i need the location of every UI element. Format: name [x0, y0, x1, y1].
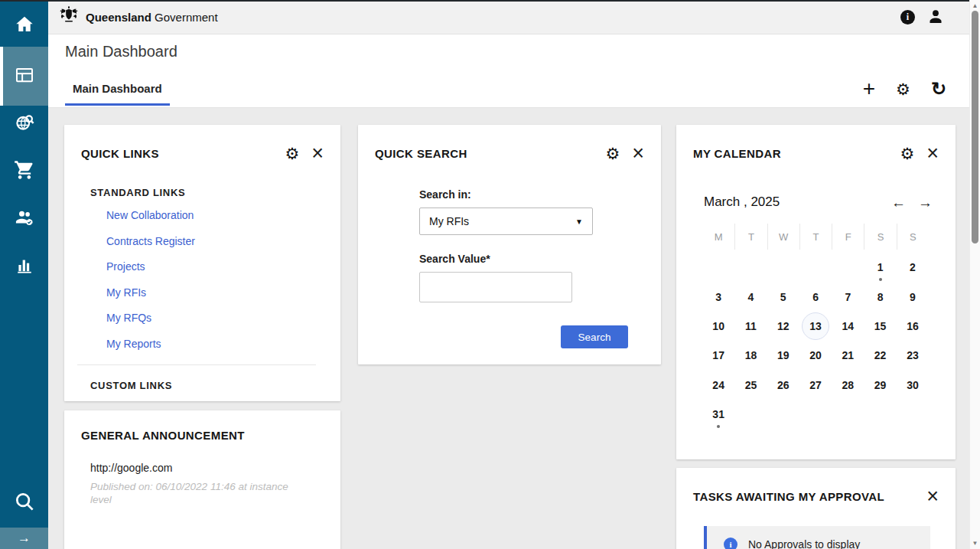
bar-chart-icon	[14, 254, 35, 279]
calendar-day[interactable]: 19	[767, 341, 799, 370]
calendar-day[interactable]: 18	[734, 341, 767, 370]
calendar-day[interactable]: 17	[702, 341, 734, 370]
calendar-day-empty	[897, 400, 929, 429]
user-profile-icon[interactable]	[926, 8, 945, 26]
calendar-day[interactable]: 22	[864, 341, 896, 370]
calendar-prev-icon[interactable]: ←	[891, 195, 906, 210]
quick-link[interactable]: Projects	[106, 260, 340, 273]
calendar-day[interactable]: 24	[702, 371, 734, 400]
card-title: QUICK SEARCH	[375, 147, 467, 160]
calendar-day[interactable]: 25	[734, 371, 767, 400]
info-icon: i	[724, 538, 737, 549]
add-widget-icon[interactable]: +	[863, 78, 875, 100]
card-title: GENERAL ANNOUNCEMENT	[81, 429, 245, 442]
expand-arrow-icon: →	[18, 531, 31, 546]
calendar-weekday: F	[832, 224, 864, 250]
calendar-day-empty	[799, 400, 832, 429]
calendar-day-number: 4	[737, 284, 763, 310]
calendar-day[interactable]: 11	[734, 312, 767, 341]
calendar-day[interactable]: 29	[864, 371, 896, 400]
calendar-day[interactable]: 20	[799, 341, 832, 370]
sidebar-item-shopping[interactable]	[0, 153, 48, 190]
calendar-day[interactable]: 5	[767, 282, 799, 311]
sidebar-item-search[interactable]	[0, 485, 48, 521]
calendar-grid: 1234567891011121314151617181920212223242…	[702, 253, 956, 429]
scroll-up-icon[interactable]: ▲	[970, 2, 980, 9]
quick-search-card: QUICK SEARCH ⚙ × Search in: My RFIs ▼ Se…	[358, 125, 661, 364]
calendar-day[interactable]: 12	[767, 312, 799, 341]
gear-icon[interactable]: ⚙	[605, 145, 620, 162]
calendar-day-number: 6	[803, 284, 829, 310]
quick-link[interactable]: My RFQs	[106, 312, 340, 324]
calendar-day[interactable]: 31	[702, 400, 734, 429]
close-icon[interactable]: ×	[632, 143, 644, 164]
info-icon[interactable]: i	[900, 10, 915, 25]
calendar-day[interactable]: 23	[897, 341, 929, 370]
sidebar-item-approvals[interactable]	[0, 201, 48, 237]
calendar-weekday: W	[767, 224, 799, 250]
calendar-day[interactable]: 15	[864, 312, 896, 341]
calendar-day-number: 12	[770, 313, 796, 339]
close-icon[interactable]: ×	[311, 143, 324, 164]
calendar-day-number: 1	[868, 254, 894, 280]
gear-icon[interactable]: ⚙	[900, 145, 914, 162]
calendar-day[interactable]: 30	[897, 371, 929, 400]
calendar-day[interactable]: 9	[897, 282, 929, 311]
alert-message: No Approvals to display	[748, 538, 860, 549]
calendar-day[interactable]: 26	[767, 371, 799, 400]
announcement-link[interactable]: http://google.com	[90, 462, 340, 474]
calendar-day[interactable]: 28	[832, 371, 864, 400]
gear-icon[interactable]: ⚙	[285, 145, 299, 162]
calendar-day[interactable]: 14	[832, 312, 864, 341]
calendar-day[interactable]: 2	[897, 253, 929, 282]
quick-link[interactable]: New Collaboration	[106, 209, 340, 221]
calendar-day[interactable]: 21	[832, 341, 864, 370]
close-icon[interactable]: ×	[926, 486, 939, 507]
calendar-day[interactable]: 6	[799, 282, 832, 311]
calendar-day-number: 23	[900, 342, 926, 368]
quick-links-list: New CollaborationContracts RegisterProje…	[106, 209, 340, 363]
scrollbar-thumb[interactable]	[972, 11, 978, 243]
calendar-day[interactable]: 4	[734, 282, 767, 311]
users-approval-icon	[14, 207, 35, 231]
calendar-day-number: 18	[737, 342, 763, 368]
search-in-selected-value: My RFIs	[429, 215, 469, 227]
sidebar-item-reports[interactable]	[0, 248, 48, 285]
calendar-day[interactable]: 10	[702, 312, 734, 341]
calendar-day-number: 7	[835, 284, 861, 310]
calendar-day[interactable]: 3	[702, 282, 734, 311]
dashboard-settings-icon[interactable]: ⚙	[896, 81, 910, 97]
calendar-day-number: 17	[705, 342, 731, 368]
sidebar-item-dashboard[interactable]	[0, 47, 48, 106]
sidebar-item-global-search[interactable]	[0, 106, 48, 142]
calendar-day-empty	[832, 253, 864, 282]
search-value-input[interactable]	[419, 272, 572, 302]
search-in-label: Search in:	[419, 188, 628, 201]
calendar-day[interactable]: 1	[864, 253, 896, 282]
sidebar-item-home[interactable]	[0, 7, 48, 45]
sidebar-expand-button[interactable]: →	[0, 528, 48, 549]
quick-link[interactable]: My RFIs	[106, 286, 340, 299]
search-in-select[interactable]: My RFIs ▼	[419, 208, 593, 235]
calendar-next-icon[interactable]: →	[918, 195, 933, 210]
scroll-down-icon[interactable]: ▼	[970, 540, 980, 547]
calendar-day[interactable]: 27	[799, 371, 832, 400]
close-icon[interactable]: ×	[926, 143, 939, 164]
search-button[interactable]: Search	[561, 325, 628, 348]
calendar-weekday: S	[897, 224, 929, 250]
vertical-scrollbar[interactable]: ▲ ▼	[969, 0, 980, 549]
tab-main-dashboard[interactable]: Main Dashboard	[65, 72, 170, 106]
calendar-day[interactable]: 13	[799, 312, 832, 341]
tab-bar: Main Dashboard + ⚙ ↻	[48, 70, 970, 108]
tasks-approval-card: TASKS AWAITING MY APPROVAL × i No Approv…	[676, 468, 956, 549]
calendar-day-empty	[864, 400, 896, 429]
calendar-day[interactable]: 8	[864, 282, 896, 311]
calendar-day-number: 27	[803, 372, 829, 398]
calendar-day[interactable]: 7	[832, 282, 864, 311]
quick-link[interactable]: My Reports	[106, 338, 340, 350]
quick-link[interactable]: Contracts Register	[106, 235, 340, 247]
refresh-icon[interactable]: ↻	[931, 80, 946, 98]
calendar-day[interactable]: 16	[897, 312, 929, 341]
calendar-day-number: 28	[835, 372, 861, 398]
event-dot	[879, 278, 882, 281]
